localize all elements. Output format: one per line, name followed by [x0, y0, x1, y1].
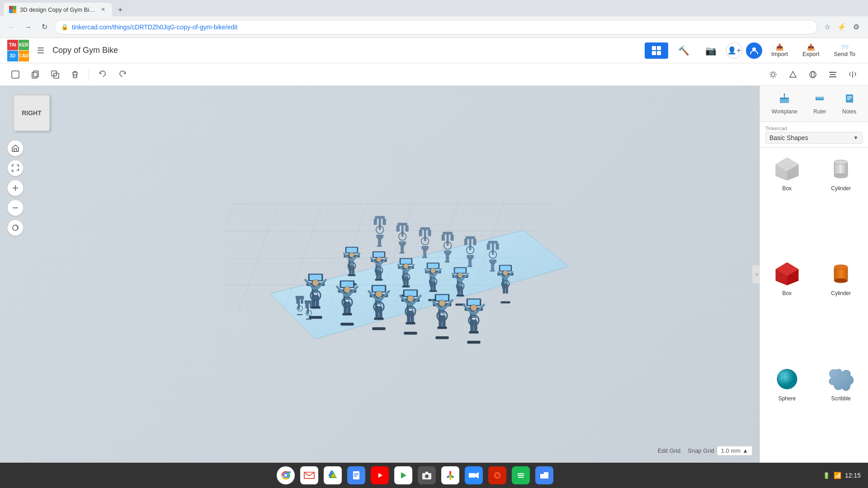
- svg-rect-228: [404, 332, 417, 335]
- taskbar-gmail[interactable]: [300, 466, 318, 484]
- menu-button[interactable]: ☰: [34, 44, 47, 57]
- extensions-button[interactable]: ⚙: [850, 21, 863, 33]
- svg-rect-214: [377, 304, 381, 306]
- svg-rect-30: [374, 219, 377, 225]
- shape-cylinder-white[interactable]: Cylinder: [814, 148, 868, 253]
- taskbar-chrome[interactable]: [277, 466, 295, 484]
- taskbar-camera[interactable]: [418, 466, 436, 484]
- svg-rect-41: [406, 225, 409, 232]
- taskbar-spotify[interactable]: [512, 466, 530, 484]
- hammer-button[interactable]: 🔨: [672, 42, 695, 59]
- bookmark-button[interactable]: ☆: [821, 21, 834, 33]
- browser-tab-bar: 3D design Copy of Gym Bike | Ti... ✕ +: [0, 0, 868, 16]
- light-button[interactable]: [765, 66, 781, 83]
- svg-rect-2: [9, 9, 13, 13]
- select-button[interactable]: [7, 66, 24, 83]
- new-tab-button[interactable]: +: [114, 4, 127, 16]
- reload-button[interactable]: ↻: [38, 21, 51, 33]
- profile-button[interactable]: ⚡: [835, 21, 848, 33]
- svg-point-296: [834, 174, 848, 178]
- taskbar-zoom[interactable]: [465, 466, 483, 484]
- shape-box-red[interactable]: Box: [760, 253, 814, 357]
- taskbar-files[interactable]: [535, 466, 553, 484]
- svg-rect-316: [303, 469, 315, 481]
- svg-rect-153: [461, 286, 463, 296]
- svg-rect-0: [9, 6, 13, 9]
- svg-point-235: [439, 300, 445, 306]
- zoom-out-button[interactable]: [7, 200, 24, 216]
- rotate-button[interactable]: [7, 220, 24, 236]
- shapes-dropdown[interactable]: Basic Shapes ▼: [765, 132, 863, 144]
- svg-rect-38: [401, 224, 403, 237]
- shape-scribble-label: Scribble: [831, 395, 851, 402]
- svg-rect-68: [469, 238, 471, 250]
- shapes-dropdown-text: Basic Shapes: [769, 134, 808, 141]
- viewport[interactable]: RIGHT: [0, 86, 760, 463]
- shape-scribble[interactable]: Scribble: [814, 358, 868, 463]
- mirror-button[interactable]: [844, 66, 861, 83]
- redo-button[interactable]: [114, 66, 131, 83]
- svg-rect-85: [491, 263, 492, 271]
- view-cube[interactable]: RIGHT: [14, 95, 50, 131]
- cube-face-right[interactable]: RIGHT: [14, 95, 50, 131]
- svg-rect-65: [446, 254, 447, 262]
- svg-point-307: [834, 278, 848, 283]
- copy-button[interactable]: [27, 66, 43, 83]
- svg-rect-273: [780, 98, 789, 99]
- shape-sphere-teal[interactable]: Sphere: [760, 358, 814, 463]
- svg-rect-90: [346, 248, 357, 253]
- zoom-in-button[interactable]: [7, 180, 24, 196]
- svg-point-175: [312, 280, 319, 286]
- svg-rect-55: [423, 250, 425, 258]
- undo-button[interactable]: [94, 66, 111, 83]
- forward-button[interactable]: →: [22, 21, 34, 33]
- address-bar[interactable]: 🔒 tinkercad.com/things/cDRTDZh0JqG-copy-…: [54, 20, 817, 34]
- back-button[interactable]: ←: [5, 21, 18, 33]
- edit-grid-button[interactable]: Edit Grid: [658, 447, 681, 454]
- taskbar-youtube[interactable]: [371, 466, 389, 484]
- shape-cylinder-orange[interactable]: Cylinder: [814, 253, 868, 357]
- ruler-button[interactable]: Ruler: [808, 90, 832, 117]
- workplane-icon: [779, 93, 790, 107]
- send-to-button[interactable]: 📨 Send To: [829, 43, 861, 57]
- workplane-button[interactable]: Workplane: [766, 90, 803, 117]
- shape-box-white[interactable]: Box: [760, 148, 814, 253]
- taskbar-drive[interactable]: [324, 466, 342, 484]
- solid-button[interactable]: [805, 66, 821, 83]
- svg-rect-146: [455, 268, 466, 273]
- project-name: Copy of Gym Bike: [52, 46, 639, 55]
- svg-rect-60: [442, 235, 445, 241]
- tab-close-button[interactable]: ✕: [99, 6, 107, 13]
- add-user-button[interactable]: 👤+: [726, 42, 742, 59]
- user-avatar[interactable]: [746, 42, 762, 59]
- svg-rect-271: [306, 319, 311, 320]
- delete-button[interactable]: [67, 66, 83, 83]
- notes-button[interactable]: Notes: [837, 90, 862, 117]
- home-view-button[interactable]: [7, 140, 24, 156]
- camera-button[interactable]: 📷: [699, 42, 722, 59]
- export-button[interactable]: 📤 Export: [797, 43, 825, 57]
- view-toggle-button[interactable]: [645, 42, 668, 59]
- align-button[interactable]: [825, 66, 841, 83]
- ruler-icon: [814, 93, 825, 107]
- logo-3d: 3D: [7, 51, 18, 61]
- fit-view-button[interactable]: [7, 160, 24, 176]
- svg-rect-76: [470, 259, 472, 267]
- taskbar-photos[interactable]: [441, 466, 459, 484]
- svg-rect-268: [306, 304, 308, 308]
- svg-rect-198: [341, 323, 354, 326]
- taskbar-docs[interactable]: [347, 466, 365, 484]
- import-button[interactable]: 📥 Import: [766, 43, 793, 57]
- taskbar-app-red[interactable]: [488, 466, 506, 484]
- svg-rect-199: [345, 300, 349, 301]
- svg-rect-97: [352, 266, 354, 276]
- shape-button[interactable]: [785, 66, 801, 83]
- svg-rect-34: [377, 235, 383, 238]
- snap-grid-value[interactable]: 1.0 mm ▲: [717, 446, 752, 455]
- active-tab[interactable]: 3D design Copy of Gym Bike | Ti... ✕: [4, 3, 112, 16]
- svg-rect-10: [32, 72, 37, 78]
- taskbar-play[interactable]: [394, 466, 412, 484]
- duplicate-button[interactable]: [47, 66, 63, 83]
- svg-rect-243: [436, 337, 449, 339]
- panel-collapse-button[interactable]: ›: [752, 265, 760, 283]
